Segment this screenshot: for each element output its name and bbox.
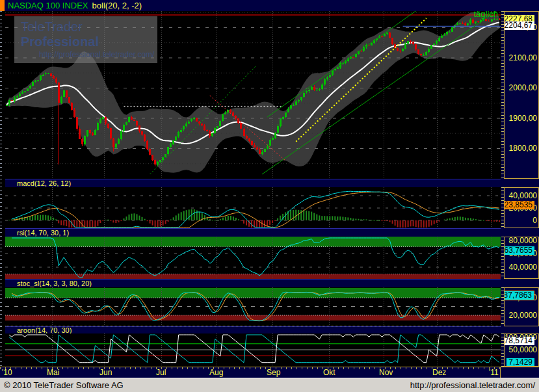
- macd-title: macd(12, 26, 12): [17, 179, 71, 187]
- axis-value-highlight: 2204,67: [504, 21, 534, 30]
- left-tick-gutter: [0, 11, 5, 179]
- left-tick-gutter: [0, 228, 5, 279]
- watermark-product: Professional: [21, 34, 99, 49]
- axis-value-highlight: 63,7655: [504, 246, 534, 255]
- stochastic-panel: stoc_sl(14, 3, 3, 80, 20) 80,000020,0000…: [0, 279, 539, 326]
- axis-value-highlight: 78,5714: [504, 337, 534, 345]
- aroon-panel-header[interactable]: aroon(14, 70, 30): [5, 326, 501, 333]
- time-axis[interactable]: '10MaiJunJulAugSepOktNovDez'11: [0, 367, 539, 378]
- x-axis-month-label: '10: [2, 369, 12, 377]
- x-axis-month-label: '11: [489, 369, 499, 377]
- axis-tick-label: 80,0000: [509, 237, 537, 244]
- aroon-panel: aroon(14, 70, 30) 100,000050,000078,5714…: [0, 326, 539, 367]
- time-axis-corner: [500, 367, 539, 378]
- macd-plot[interactable]: [5, 187, 501, 228]
- x-axis-month-label: Aug: [209, 369, 223, 377]
- x-axis-month-label: Dez: [432, 369, 446, 377]
- x-axis-month-label: Nov: [379, 369, 393, 377]
- x-axis-month-label: Sep: [267, 369, 280, 377]
- axis-tick-label: 2000,00: [509, 84, 537, 92]
- timeframe-label[interactable]: täglich: [473, 11, 498, 19]
- axis-scale-box: 100,000050,000078,57147,1429: [504, 333, 539, 367]
- status-url[interactable]: http://professional.teletrader.com/: [410, 380, 535, 390]
- price-chart-plot[interactable]: TeleTrader Professional http://professio…: [5, 11, 501, 179]
- axis-tick-label: 40,0000: [509, 263, 537, 271]
- rsi-plot[interactable]: [5, 237, 501, 279]
- instrument-icon: [0, 0, 5, 11]
- left-tick-gutter: [0, 326, 5, 367]
- watermark-brand: TeleTrader Professional: [21, 20, 151, 49]
- axis-tick-label: 0: [532, 216, 537, 224]
- stochastic-title: stoc_sl(14, 3, 3, 80, 20): [17, 280, 92, 287]
- axis-scale-box: 80,000020,000087,7863: [504, 287, 539, 326]
- x-axis-month-label: Mai: [47, 369, 59, 377]
- watermark-url: http://professional.teletrader.com/: [39, 50, 151, 59]
- stochastic-axis[interactable]: 80,000020,000087,7863: [501, 279, 539, 326]
- axis-value-highlight: 23,8535: [504, 201, 534, 209]
- rsi-title: rsi(14, 70, 30, 1): [17, 229, 69, 237]
- axis-tick-label: 1800,00: [509, 144, 537, 152]
- status-bar: © 2010 TeleTrader Software AG http://pro…: [0, 378, 539, 392]
- aroon-plot[interactable]: [5, 333, 501, 367]
- stochastic-panel-header[interactable]: stoc_sl(14, 3, 3, 80, 20): [5, 279, 501, 287]
- axis-tick-label: 50,0000: [509, 346, 537, 354]
- rsi-panel: rsi(14, 70, 30, 1) 80,000060,000040,0000…: [0, 228, 539, 279]
- chart-symbol-title: NASDAQ 100 INDEX: [8, 0, 88, 11]
- teletrader-chart-window: NASDAQ 100 INDEX boll(20, 2, -2) TeleTra…: [0, 0, 539, 392]
- axis-value-highlight: 87,7863: [504, 291, 534, 300]
- price-axis[interactable]: 2200,002100,002000,001900,001800,002227.…: [501, 11, 539, 179]
- left-tick-gutter: [0, 279, 5, 326]
- x-axis-month-label: Okt: [323, 369, 335, 377]
- aroon-axis[interactable]: 100,000050,000078,57147,1429: [501, 326, 539, 367]
- axis-tick-label: 20,0000: [509, 311, 537, 319]
- watermark: TeleTrader Professional http://professio…: [14, 16, 157, 63]
- axis-value-highlight: 7,1429: [506, 358, 534, 367]
- stochastic-plot[interactable]: [5, 287, 501, 326]
- copyright-text: © 2010 TeleTrader Software AG: [4, 380, 124, 390]
- price-panel: TeleTrader Professional http://professio…: [0, 11, 539, 179]
- macd-panel: macd(12, 26, 12) 40,000020,0000023,8535: [0, 179, 539, 228]
- rsi-panel-header[interactable]: rsi(14, 70, 30, 1): [5, 228, 501, 237]
- left-tick-gutter: [0, 179, 5, 228]
- axis-scale-box: 40,000020,0000023,8535: [504, 187, 539, 228]
- macd-panel-header[interactable]: macd(12, 26, 12): [5, 179, 501, 187]
- axis-tick-label: 40,0000: [509, 192, 537, 200]
- rsi-axis[interactable]: 80,000060,000040,000063,7655: [501, 228, 539, 279]
- axis-scale-box: 2200,002100,002000,001900,001800,002227.…: [504, 11, 539, 179]
- x-axis-month-label: Jul: [156, 369, 166, 377]
- x-axis-month-label: Jun: [99, 369, 112, 377]
- macd-axis[interactable]: 40,000020,0000023,8535: [501, 179, 539, 228]
- axis-tick-label: 1900,00: [509, 114, 537, 122]
- chart-study-label: boll(20, 2, -2): [92, 0, 142, 11]
- axis-scale-box: 80,000060,000040,000063,7655: [504, 237, 539, 279]
- axis-tick-label: 2100,00: [509, 54, 537, 62]
- chart-title-bar[interactable]: NASDAQ 100 INDEX boll(20, 2, -2): [0, 0, 539, 11]
